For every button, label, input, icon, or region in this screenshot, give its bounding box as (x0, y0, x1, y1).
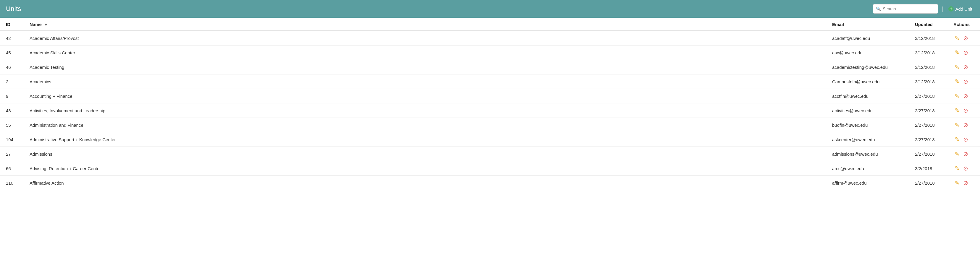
delete-button[interactable]: ⊘ (962, 107, 969, 114)
table-row: 66Advising, Retention + Career Centerarc… (0, 161, 980, 176)
cell-id: 66 (0, 161, 24, 176)
edit-button[interactable]: ✎ (953, 64, 961, 71)
table-row: 46Academic Testingacademictesting@uwec.e… (0, 60, 980, 75)
cell-name: Admissions (24, 147, 826, 161)
table-row: 45Academic Skills Centerasc@uwec.edu3/12… (0, 46, 980, 60)
delete-button[interactable]: ⊘ (962, 150, 969, 157)
edit-button[interactable]: ✎ (953, 107, 961, 114)
cell-name: Academics (24, 75, 826, 89)
cell-updated: 2/27/2018 (909, 118, 947, 132)
actions-cell: ✎⊘ (953, 35, 974, 42)
add-unit-label: Add Unit (955, 6, 972, 11)
actions-cell: ✎⊘ (953, 78, 974, 85)
table-row: 110Affirmative Actionaffirm@uwec.edu2/27… (0, 176, 980, 190)
cell-name: Administrative Support + Knowledge Cente… (24, 132, 826, 147)
edit-button[interactable]: ✎ (953, 35, 961, 42)
actions-cell: ✎⊘ (953, 165, 974, 172)
actions-cell: ✎⊘ (953, 150, 974, 157)
delete-button[interactable]: ⊘ (962, 136, 969, 143)
cell-updated: 3/12/2018 (909, 46, 947, 60)
delete-button[interactable]: ⊘ (962, 165, 969, 172)
delete-button[interactable]: ⊘ (962, 92, 969, 100)
delete-button[interactable]: ⊘ (962, 64, 969, 71)
actions-cell: ✎⊘ (953, 92, 974, 100)
cell-updated: 2/27/2018 (909, 132, 947, 147)
actions-cell: ✎⊘ (953, 179, 974, 186)
delete-button[interactable]: ⊘ (962, 35, 969, 42)
cell-actions: ✎⊘ (947, 176, 980, 190)
actions-cell: ✎⊘ (953, 49, 974, 56)
divider: | (942, 6, 943, 13)
add-unit-button[interactable]: + Add Unit (947, 5, 974, 13)
cell-actions: ✎⊘ (947, 75, 980, 89)
table-row: 9Accounting + Financeacctfin@uwec.edu2/2… (0, 89, 980, 103)
cell-email: arcc@uwec.edu (826, 161, 909, 176)
cell-name: Academic Skills Center (24, 46, 826, 60)
edit-button[interactable]: ✎ (953, 92, 961, 100)
table-header-row: ID Name ▼ Email Updated Actions (0, 18, 980, 31)
cell-name: Advising, Retention + Career Center (24, 161, 826, 176)
table-row: 2AcademicsCampusInfo@uwec.edu3/12/2018✎⊘ (0, 75, 980, 89)
cell-name: Activities, Involvement and Leadership (24, 103, 826, 118)
table-row: 42Academic Affairs/Provostacadaff@uwec.e… (0, 31, 980, 46)
cell-id: 27 (0, 147, 24, 161)
search-container: 🔍 (873, 4, 938, 14)
cell-name: Affirmative Action (24, 176, 826, 190)
delete-button[interactable]: ⊘ (962, 179, 969, 186)
cell-email: acctfin@uwec.edu (826, 89, 909, 103)
cell-id: 46 (0, 60, 24, 75)
search-input[interactable] (873, 4, 938, 14)
units-table: ID Name ▼ Email Updated Actions 42Academ… (0, 18, 980, 190)
cell-actions: ✎⊘ (947, 46, 980, 60)
cell-email: acadaff@uwec.edu (826, 31, 909, 46)
actions-cell: ✎⊘ (953, 107, 974, 114)
cell-updated: 3/12/2018 (909, 60, 947, 75)
actions-cell: ✎⊘ (953, 136, 974, 143)
edit-button[interactable]: ✎ (953, 179, 961, 186)
col-header-actions: Actions (947, 18, 980, 31)
cell-updated: 2/27/2018 (909, 147, 947, 161)
cell-updated: 2/27/2018 (909, 103, 947, 118)
edit-button[interactable]: ✎ (953, 136, 961, 143)
cell-email: admissions@uwec.edu (826, 147, 909, 161)
cell-updated: 2/27/2018 (909, 176, 947, 190)
cell-updated: 3/2/2018 (909, 161, 947, 176)
cell-email: CampusInfo@uwec.edu (826, 75, 909, 89)
delete-button[interactable]: ⊘ (962, 49, 969, 56)
cell-actions: ✎⊘ (947, 132, 980, 147)
table-row: 194Administrative Support + Knowledge Ce… (0, 132, 980, 147)
actions-cell: ✎⊘ (953, 64, 974, 71)
table-row: 27Admissionsadmissions@uwec.edu2/27/2018… (0, 147, 980, 161)
cell-actions: ✎⊘ (947, 161, 980, 176)
cell-email: activities@uwec.edu (826, 103, 909, 118)
delete-button[interactable]: ⊘ (962, 121, 969, 129)
cell-id: 45 (0, 46, 24, 60)
cell-email: affirm@uwec.edu (826, 176, 909, 190)
cell-id: 9 (0, 89, 24, 103)
edit-button[interactable]: ✎ (953, 49, 961, 56)
delete-button[interactable]: ⊘ (962, 78, 969, 85)
add-icon: + (948, 6, 954, 11)
edit-button[interactable]: ✎ (953, 78, 961, 85)
sort-arrow-icon: ▼ (44, 22, 48, 27)
cell-email: budfin@uwec.edu (826, 118, 909, 132)
cell-name: Accounting + Finance (24, 89, 826, 103)
edit-button[interactable]: ✎ (953, 121, 961, 129)
edit-button[interactable]: ✎ (953, 150, 961, 157)
cell-name: Academic Affairs/Provost (24, 31, 826, 46)
cell-updated: 3/12/2018 (909, 75, 947, 89)
page-title: Units (6, 5, 21, 13)
col-header-updated: Updated (909, 18, 947, 31)
header-bar: Units 🔍 | + Add Unit (0, 0, 980, 18)
cell-actions: ✎⊘ (947, 118, 980, 132)
header-right: 🔍 | + Add Unit (873, 4, 974, 14)
table-body: 42Academic Affairs/Provostacadaff@uwec.e… (0, 31, 980, 190)
cell-id: 48 (0, 103, 24, 118)
col-header-email: Email (826, 18, 909, 31)
cell-updated: 3/12/2018 (909, 31, 947, 46)
cell-actions: ✎⊘ (947, 147, 980, 161)
cell-id: 55 (0, 118, 24, 132)
col-header-name[interactable]: Name ▼ (24, 18, 826, 31)
cell-email: asc@uwec.edu (826, 46, 909, 60)
edit-button[interactable]: ✎ (953, 165, 961, 172)
